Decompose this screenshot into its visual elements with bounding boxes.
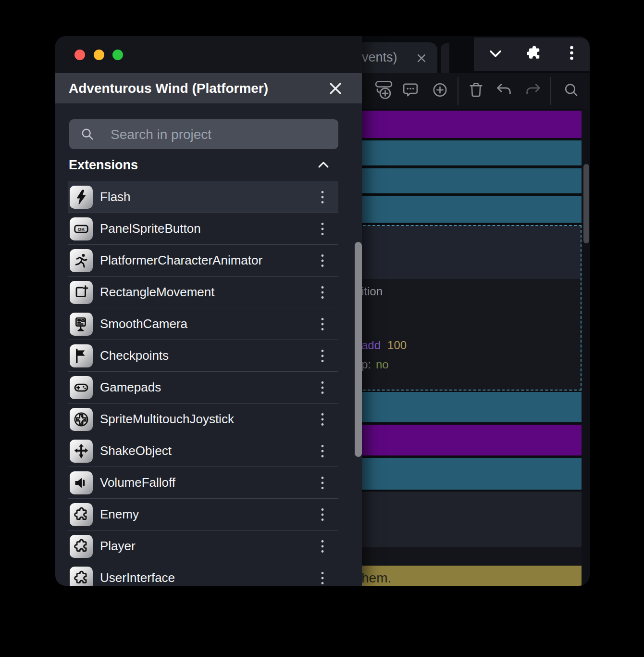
extension-list-item[interactable]: OK PanelSpriteButton — [68, 213, 338, 245]
extensions-puzzle-icon[interactable] — [525, 44, 543, 64]
events-scrollbar-thumb[interactable] — [583, 164, 589, 243]
toolbar-divider — [458, 77, 458, 105]
extension-list-item[interactable]: SpriteMultitouchJoystick — [68, 404, 338, 435]
chevron-down-icon[interactable] — [487, 45, 504, 63]
event-teal[interactable] — [324, 196, 582, 223]
project-title: Adventurous Wind (Platformer) — [69, 73, 268, 103]
browser-menu-kebab-icon[interactable] — [569, 45, 574, 63]
item-menu-kebab-icon[interactable] — [320, 507, 325, 522]
tab-partial[interactable] — [441, 43, 449, 73]
add-sub-event-icon[interactable] — [374, 80, 393, 102]
search-icon — [81, 127, 94, 141]
drawer-scrollbar-thumb[interactable] — [355, 242, 362, 457]
undo-icon[interactable] — [495, 83, 512, 100]
zoom-traffic-light[interactable] — [112, 50, 123, 60]
event-teal[interactable] — [324, 168, 582, 193]
app-window: vents) — [55, 36, 590, 586]
add-comment-icon[interactable] — [402, 82, 419, 100]
extension-item-label: Enemy — [100, 499, 139, 530]
close-traffic-light[interactable] — [74, 50, 85, 60]
item-menu-kebab-icon[interactable] — [320, 317, 325, 331]
puzzle-icon — [70, 503, 93, 526]
add-event-icon[interactable] — [433, 83, 447, 100]
item-menu-kebab-icon[interactable] — [320, 349, 325, 363]
item-menu-kebab-icon[interactable] — [320, 380, 325, 395]
event-condition-text[interactable]: ition — [361, 285, 383, 298]
item-menu-kebab-icon[interactable] — [320, 285, 325, 300]
event-action-text[interactable]: add100 — [361, 339, 407, 352]
item-menu-kebab-icon[interactable] — [320, 253, 325, 268]
bolt-icon — [70, 186, 93, 209]
extension-item-label: ShakeObject — [100, 435, 172, 466]
runner-icon — [70, 249, 93, 272]
event-parameter-text[interactable]: p:no — [361, 358, 389, 371]
extensions-section-header[interactable]: Extensions — [69, 155, 348, 175]
puzzle-icon — [70, 567, 93, 586]
delete-icon[interactable] — [469, 82, 483, 100]
close-icon[interactable] — [327, 80, 344, 97]
svg-text:OK: OK — [78, 227, 86, 232]
event-teal[interactable] — [324, 392, 582, 422]
event-purple[interactable] — [324, 111, 582, 138]
extension-item-label: Player — [100, 531, 136, 561]
camera-icon — [70, 313, 93, 336]
extension-list-item[interactable]: SmoothCamera — [68, 308, 338, 340]
search-events-icon[interactable] — [564, 83, 579, 100]
extension-list-item[interactable]: Gamepads — [68, 372, 338, 404]
section-title: Extensions — [69, 158, 138, 172]
extension-item-label: PlatformerCharacterAnimator — [100, 245, 262, 276]
joystick-icon — [70, 408, 93, 431]
project-search-field[interactable] — [69, 119, 338, 149]
project-manager-drawer: Adventurous Wind (Platformer) Extensions… — [55, 36, 362, 586]
speaker-icon — [70, 471, 93, 494]
move-arrows-icon — [70, 440, 93, 463]
extension-list-item[interactable]: Flash — [68, 181, 338, 213]
extension-item-label: UserInterface — [100, 562, 175, 586]
ok-button-icon: OK — [70, 217, 93, 240]
selected-event-condition-area[interactable] — [325, 226, 581, 279]
event-purple[interactable] — [324, 425, 582, 455]
puzzle-icon — [70, 535, 93, 558]
item-menu-kebab-icon[interactable] — [320, 190, 325, 204]
event-darker[interactable] — [324, 547, 582, 566]
minimize-traffic-light[interactable] — [94, 50, 104, 60]
extension-item-label: Flash — [100, 181, 131, 212]
item-menu-kebab-icon[interactable] — [320, 222, 325, 236]
flag-icon — [70, 344, 93, 367]
item-menu-kebab-icon[interactable] — [320, 476, 325, 490]
extension-list-item[interactable]: Player — [68, 531, 338, 562]
item-menu-kebab-icon[interactable] — [320, 571, 325, 585]
extension-list-item[interactable]: UserInterface — [68, 562, 338, 586]
extension-item-label: PanelSpriteButton — [100, 213, 201, 244]
item-menu-kebab-icon[interactable] — [320, 444, 325, 458]
extension-list-item[interactable]: ShakeObject — [68, 435, 338, 467]
event-comment-text[interactable]: hem. — [361, 570, 391, 586]
drawer-titlebar: Adventurous Wind (Platformer) — [55, 73, 362, 103]
extension-list-item[interactable]: Checkpoints — [68, 340, 338, 372]
search-input[interactable] — [110, 119, 328, 150]
extension-item-label: RectangleMovement — [100, 277, 214, 307]
extension-item-label: Checkpoints — [100, 340, 169, 371]
event-teal[interactable] — [324, 140, 582, 165]
toolbar-divider — [550, 77, 551, 105]
extensions-list: Flash OK PanelSpriteButton PlatformerCha… — [68, 181, 338, 586]
event-dark[interactable] — [324, 492, 582, 547]
window-controls-panel — [474, 38, 590, 71]
tab-close-icon[interactable] — [416, 53, 427, 63]
extension-list-item[interactable]: RectangleMovement — [68, 277, 338, 308]
item-menu-kebab-icon[interactable] — [320, 539, 325, 554]
extension-item-label: SmoothCamera — [100, 308, 187, 339]
tab-events-label: vents) — [362, 50, 397, 65]
item-menu-kebab-icon[interactable] — [320, 412, 325, 427]
window-chrome — [55, 36, 362, 73]
extension-list-item[interactable]: Enemy — [68, 499, 338, 531]
redo-icon[interactable] — [525, 83, 542, 100]
extension-item-label: VolumeFalloff — [100, 467, 175, 498]
extension-item-label: Gamepads — [100, 372, 161, 403]
extension-item-label: SpriteMultitouchJoystick — [100, 404, 234, 434]
extension-list-item[interactable]: VolumeFalloff — [68, 467, 338, 499]
gamepad-icon — [70, 376, 93, 399]
event-teal[interactable] — [324, 458, 582, 490]
chevron-up-icon[interactable] — [316, 159, 331, 171]
extension-list-item[interactable]: PlatformerCharacterAnimator — [68, 245, 338, 277]
